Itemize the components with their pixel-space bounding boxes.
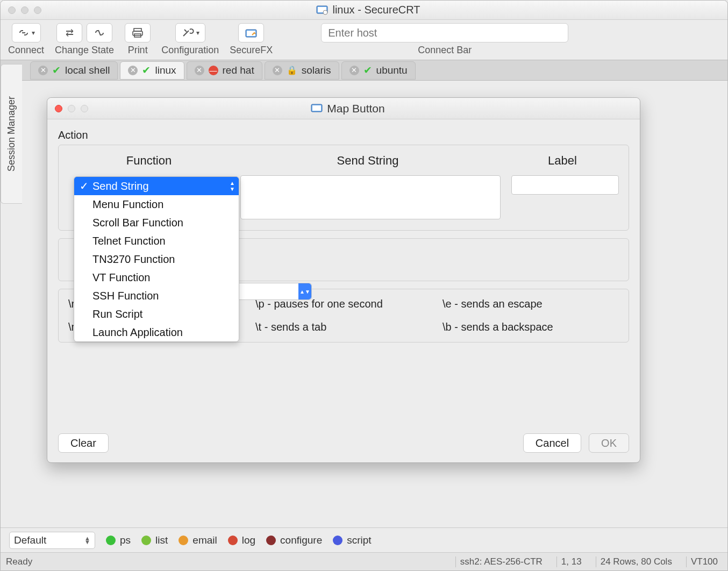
disconnect-button[interactable] (87, 23, 112, 42)
dialog-footer: Clear Cancel OK (47, 426, 640, 462)
tab-linux[interactable]: ✕ ✔ linux (120, 61, 184, 80)
close-icon[interactable]: ✕ (349, 66, 359, 75)
button-bar-item[interactable]: script (333, 534, 371, 546)
tab-label: linux (155, 65, 176, 76)
dialog-traffic-lights (47, 105, 88, 112)
tab-red-hat[interactable]: ✕ — red hat (187, 61, 262, 80)
app-icon (311, 103, 323, 115)
disconnect-icon (94, 28, 105, 38)
dropdown-item[interactable]: VT Function (74, 268, 239, 287)
tab-solaris[interactable]: ✕ 🔒 solaris (265, 61, 339, 80)
dot-icon (228, 536, 238, 545)
dropdown-item[interactable]: Launch Application (74, 323, 239, 341)
hint-text: \e - sends an escape (442, 298, 619, 310)
dropdown-item[interactable]: Menu Function (74, 195, 239, 213)
securefx-icon (245, 27, 258, 38)
host-input[interactable] (321, 23, 568, 42)
traffic-zoom-icon[interactable] (34, 6, 41, 14)
dropdown-item[interactable]: Run Script (74, 305, 239, 323)
print-button[interactable] (125, 23, 151, 42)
column-headers: Function Send String Label (68, 154, 619, 168)
tab-label: red hat (223, 65, 254, 76)
main-titlebar: linux - SecureCRT (1, 1, 727, 20)
tab-label: solaris (302, 65, 331, 76)
session-manager-tab[interactable]: Session Manager (1, 64, 22, 204)
button-bar: Default ▲▼ ps list email log configure s… (1, 527, 727, 552)
main-window: linux - SecureCRT ▾ Connect ⇄ Change Sta… (0, 0, 728, 571)
button-bar-item[interactable]: configure (266, 534, 322, 546)
action-panel: Function Send String Label Send String▲▼… (58, 145, 629, 231)
close-icon[interactable]: ✕ (273, 66, 282, 75)
securefx-button[interactable] (238, 23, 264, 42)
ok-button[interactable]: OK (589, 433, 629, 453)
reconnect-icon: ⇄ (66, 27, 74, 39)
reconnect-button[interactable]: ⇄ (56, 23, 82, 42)
status-cipher: ssh2: AES-256-CTR (455, 556, 547, 567)
dialog-title: Map Button (88, 102, 608, 115)
hint-text: \t - sends a tab (255, 321, 432, 333)
dropdown-item[interactable]: TN3270 Function (74, 250, 239, 268)
securefx-label: SecureFX (230, 45, 273, 56)
configuration-button[interactable]: ▾ (175, 23, 205, 42)
status-size: 24 Rows, 80 Cols (596, 556, 676, 567)
connect-button[interactable]: ▾ (12, 23, 41, 42)
send-string-header: Send String (230, 154, 506, 168)
print-icon (132, 27, 144, 38)
tab-label: ubuntu (376, 65, 408, 76)
send-string-input[interactable] (240, 175, 501, 219)
function-header: Function (68, 154, 230, 168)
dot-icon (179, 536, 188, 545)
connect-label: Connect (8, 45, 44, 56)
connect-bar-label: Connect Bar (418, 45, 472, 56)
dropdown-item[interactable]: Send String▲▼ (74, 177, 239, 195)
status-ready: Ready (6, 556, 32, 567)
cancel-button[interactable]: Cancel (523, 433, 581, 453)
link-icon (18, 28, 30, 38)
close-icon[interactable]: ✕ (38, 66, 48, 75)
select-arrows-icon: ▲▼ (298, 283, 311, 299)
chevron-down-icon: ▾ (32, 29, 35, 37)
traffic-min-icon[interactable] (21, 6, 28, 14)
traffic-close-icon[interactable] (8, 6, 16, 14)
button-bar-select[interactable]: Default ▲▼ (9, 532, 95, 549)
dropdown-item[interactable]: SSH Function (74, 287, 239, 305)
action-label: Action (58, 129, 629, 141)
button-bar-item[interactable]: list (141, 534, 168, 546)
tools-icon (181, 27, 194, 38)
function-dropdown[interactable]: Send String▲▼ Menu Function Scroll Bar F… (74, 176, 239, 342)
window-title: linux - SecureCRT (41, 4, 695, 16)
select-arrows-icon: ▲▼ (226, 177, 239, 195)
tab-ubuntu[interactable]: ✕ ✔ ubuntu (341, 61, 416, 80)
status-cursor: 1, 13 (556, 556, 586, 567)
close-icon[interactable]: ✕ (128, 66, 138, 75)
dialog-close-icon[interactable] (55, 105, 62, 112)
change-state-label: Change State (55, 45, 114, 56)
session-tabs: ✕ ✔ local shell ✕ ✔ linux ✕ — red hat ✕ … (1, 60, 727, 81)
tab-local-shell[interactable]: ✕ ✔ local shell (30, 61, 118, 80)
app-icon (316, 4, 328, 16)
main-traffic-lights (1, 6, 41, 14)
dot-icon (141, 536, 151, 545)
status-term: VT100 (686, 556, 722, 567)
button-bar-item[interactable]: log (228, 534, 255, 546)
lock-icon: 🔒 (287, 65, 297, 75)
close-icon[interactable]: ✕ (195, 66, 204, 75)
label-input[interactable] (511, 175, 619, 195)
button-bar-item[interactable]: ps (106, 534, 131, 546)
tab-label: local shell (65, 65, 110, 76)
dropdown-item[interactable]: Telnet Function (74, 232, 239, 250)
svg-point-2 (323, 10, 327, 15)
button-bar-item[interactable]: email (179, 534, 217, 546)
clear-button[interactable]: Clear (58, 433, 109, 453)
check-icon: ✔ (363, 64, 372, 76)
dot-icon (106, 536, 116, 545)
dialog-titlebar: Map Button (47, 98, 640, 119)
dropdown-item[interactable]: Scroll Bar Function (74, 213, 239, 232)
dialog-zoom-icon (81, 105, 88, 112)
select-arrows-icon: ▲▼ (84, 537, 90, 544)
chevron-down-icon: ▾ (196, 29, 199, 37)
toolbar: ▾ Connect ⇄ Change State Print ▾ Configu… (1, 20, 727, 60)
dot-icon (333, 536, 342, 545)
dot-icon (266, 536, 276, 545)
check-icon: ✔ (52, 64, 61, 76)
